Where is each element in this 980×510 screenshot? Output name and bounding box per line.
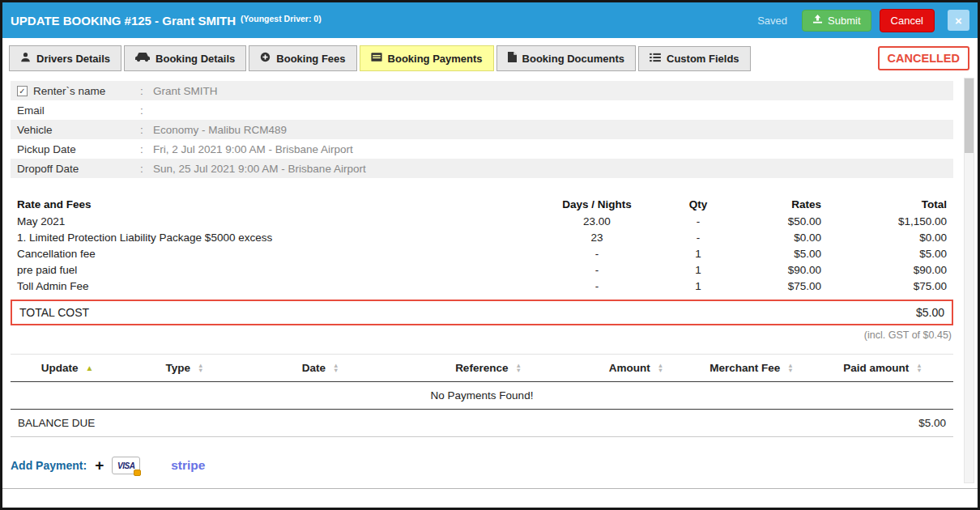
close-button[interactable]: ×	[948, 10, 969, 31]
no-payments-message: No Payments Found!	[11, 382, 953, 410]
renter-checkbox[interactable]: ✓	[17, 86, 28, 96]
balance-due-value: $5.00	[918, 417, 946, 429]
sort-icon: ▲▼	[333, 363, 339, 373]
scrollbar-thumb[interactable]	[965, 79, 974, 153]
payments-header-type[interactable]: Type ▲▼	[124, 362, 245, 374]
sort-icon: ▲▼	[198, 363, 203, 373]
separator: :	[140, 124, 153, 136]
tab-booking-payments[interactable]: Booking Payments	[360, 45, 494, 71]
fee-rate: $90.00	[735, 261, 828, 278]
tab-bar: Drivers Details Booking Details Booking …	[2, 38, 978, 76]
dropoff-date-label: Dropoff Date	[17, 163, 140, 175]
payments-header-date[interactable]: Date ▲▼	[245, 362, 395, 374]
fees-table: Rate and Fees Days / Nights Qty Rates To…	[11, 196, 953, 294]
fee-total: $5.00	[828, 245, 953, 261]
payments-header-amount[interactable]: Amount ▲▼	[582, 362, 691, 374]
fee-row: 1. Limited Protection Liability Package …	[11, 229, 953, 245]
payments-header-update[interactable]: Update ▲	[11, 362, 124, 374]
booking-summary: ✓ Renter`s name : Grant SMITH Email : Ve…	[11, 81, 953, 178]
header-label: Amount	[609, 362, 650, 374]
payments-header-row: Update ▲ Type ▲▼ Date ▲▼ Reference ▲▼ Am…	[11, 354, 953, 382]
separator: :	[140, 143, 153, 155]
tab-content: ✓ Renter`s name : Grant SMITH Email : Ve…	[2, 76, 978, 488]
payments-header-merchant-fee[interactable]: Merchant Fee ▲▼	[691, 362, 812, 374]
visa-card-icon[interactable]: VISA	[112, 457, 140, 474]
fee-rate: $75.00	[735, 278, 828, 294]
payment-card-icon	[371, 52, 382, 65]
separator: :	[140, 163, 153, 175]
fee-total: $0.00	[828, 229, 953, 245]
fee-qty: 1	[662, 245, 735, 261]
info-label-text: Email	[17, 104, 45, 117]
payments-section: Update ▲ Type ▲▼ Date ▲▼ Reference ▲▼ Am…	[11, 354, 953, 437]
total-cost-label: TOTAL COST	[19, 306, 89, 319]
fees-header-days: Days / Nights	[532, 196, 662, 213]
fee-name: Cancellation fee	[11, 245, 532, 261]
fee-row: pre paid fuel - 1 $90.00 $90.00	[11, 261, 953, 278]
header-label: Paid amount	[843, 362, 909, 374]
fee-qty: -	[662, 229, 735, 245]
list-icon	[650, 53, 661, 65]
info-label-text: Pickup Date	[17, 143, 76, 155]
total-cost-row: TOTAL COST $5.00	[11, 300, 953, 325]
tab-label: Booking Details	[156, 53, 235, 65]
fee-rate: $50.00	[735, 213, 828, 229]
tab-booking-fees[interactable]: Booking Fees	[249, 45, 356, 71]
fee-row: May 2021 23.00 - $50.00 $1,150.00	[11, 213, 953, 229]
tab-booking-details[interactable]: Booking Details	[124, 45, 246, 71]
fees-header-name: Rate and Fees	[11, 196, 532, 213]
gst-note: (incl. GST of $0.45)	[11, 325, 953, 341]
header-label: Merchant Fee	[709, 362, 780, 374]
tab-drivers-details[interactable]: Drivers Details	[9, 45, 121, 71]
tab-label: Custom Fields	[667, 53, 739, 65]
cancel-button[interactable]: Cancel	[880, 9, 935, 32]
submit-button[interactable]: Submit	[802, 10, 871, 32]
add-payment-plus-icon[interactable]: +	[95, 457, 104, 474]
tab-label: Booking Documents	[522, 53, 624, 65]
upload-icon	[812, 15, 823, 27]
fee-row: Toll Admin Fee - 1 $75.00 $75.00	[11, 278, 953, 294]
header-label: Update	[41, 362, 79, 374]
email-label: Email	[17, 104, 140, 117]
pickup-date-label: Pickup Date	[17, 143, 140, 155]
status-badge: CANCELLED	[878, 46, 969, 70]
rate-and-fees-section: Rate and Fees Days / Nights Qty Rates To…	[11, 196, 953, 341]
fee-qty: 1	[662, 278, 735, 294]
fee-row: Cancellation fee - 1 $5.00 $5.00	[11, 245, 953, 261]
sort-asc-icon: ▲	[85, 364, 93, 372]
separator: :	[140, 85, 153, 97]
update-booking-modal: UPDATE BOOKING #125 - Grant SMITH (Young…	[0, 0, 980, 510]
submit-button-label: Submit	[828, 15, 860, 27]
stripe-logo[interactable]: stripe	[171, 458, 205, 473]
sort-icon: ▲▼	[515, 363, 521, 373]
fee-days: -	[532, 261, 662, 278]
youngest-driver-note: (Youngest Driver: 0)	[241, 14, 322, 23]
person-icon	[20, 52, 31, 65]
total-cost-value: $5.00	[916, 306, 944, 319]
fee-total: $90.00	[828, 261, 953, 278]
renter-name-label: ✓ Renter`s name	[17, 85, 140, 97]
header-actions: Saved Submit Cancel ×	[757, 9, 969, 32]
vertical-scrollbar[interactable]	[964, 78, 974, 483]
tab-label: Booking Payments	[388, 53, 483, 65]
fees-header-total: Total	[828, 196, 953, 213]
sort-icon: ▲▼	[916, 363, 922, 373]
document-icon	[508, 52, 517, 65]
add-payment-label[interactable]: Add Payment:	[11, 459, 87, 472]
payments-header-reference[interactable]: Reference ▲▼	[395, 362, 582, 374]
info-label-text: Dropoff Date	[17, 163, 79, 175]
tab-custom-fields[interactable]: Custom Fields	[638, 46, 751, 71]
fee-name: May 2021	[11, 213, 532, 229]
tab-booking-documents[interactable]: Booking Documents	[496, 45, 636, 71]
separator: :	[140, 104, 153, 117]
vehicle-label: Vehicle	[17, 124, 140, 136]
fee-rate: $5.00	[735, 245, 828, 261]
payments-header-paid-amount[interactable]: Paid amount ▲▼	[812, 362, 953, 374]
balance-due-row: BALANCE DUE $5.00	[11, 410, 953, 437]
modal-footer	[2, 488, 978, 508]
header-label: Type	[166, 362, 191, 374]
sort-icon: ▲▼	[658, 363, 663, 373]
header-label: Date	[302, 362, 326, 374]
fees-header-rates: Rates	[735, 196, 828, 213]
info-row-dropoff: Dropoff Date : Sun, 25 Jul 2021 9:00 AM …	[11, 159, 953, 178]
